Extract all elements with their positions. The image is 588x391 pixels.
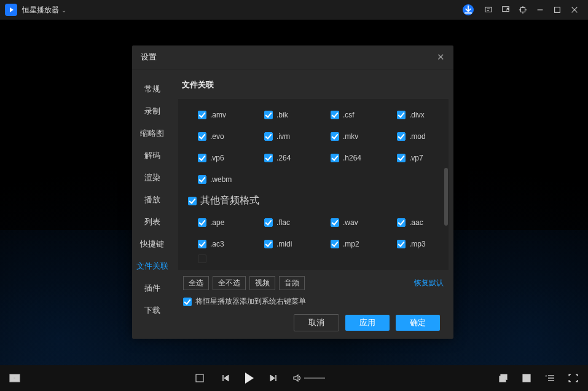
ext-vp6[interactable]: .vp6 xyxy=(198,154,247,162)
svg-rect-9 xyxy=(555,7,560,13)
previous-icon[interactable] xyxy=(219,372,232,384)
download-badge-icon[interactable] xyxy=(463,4,474,15)
play-icon[interactable] xyxy=(245,372,254,384)
fullscreen-icon[interactable] xyxy=(567,372,579,384)
ext-label: .ape xyxy=(210,218,224,227)
ext-divx[interactable]: .divx xyxy=(397,111,446,119)
ext-amv[interactable]: .amv xyxy=(198,111,247,119)
ext-checkbox[interactable] xyxy=(198,132,206,141)
ext-csf[interactable]: .csf xyxy=(331,111,380,119)
ext-h264[interactable]: .h264 xyxy=(331,154,380,162)
ext-label: .wav xyxy=(343,218,358,227)
sidebar-item-1[interactable]: 录制 xyxy=(132,100,172,122)
sidebar-item-6[interactable]: 列表 xyxy=(132,211,172,233)
ext-checkbox[interactable] xyxy=(198,175,206,184)
context-menu-checkbox[interactable] xyxy=(183,298,192,306)
stop-icon[interactable] xyxy=(194,372,206,384)
apply-button[interactable]: 应用 xyxy=(345,315,390,331)
close-icon[interactable]: ✕ xyxy=(437,52,445,63)
ext-vp7[interactable]: .vp7 xyxy=(397,154,446,162)
ext-label: .evo xyxy=(210,132,224,141)
feedback-icon[interactable] xyxy=(480,0,497,20)
sidebar-item-8[interactable]: 文件关联 xyxy=(132,255,172,277)
minimize-button[interactable] xyxy=(531,0,549,20)
ext-label: .vp6 xyxy=(210,154,224,162)
cancel-button[interactable]: 取消 xyxy=(294,314,339,331)
ext-aac[interactable]: .aac xyxy=(397,218,446,227)
open-file-icon[interactable] xyxy=(9,372,21,384)
sidebar-item-0[interactable]: 常规 xyxy=(132,78,172,100)
next-icon[interactable] xyxy=(267,372,280,384)
ext-checkbox[interactable] xyxy=(331,218,339,227)
ext-mkv[interactable]: .mkv xyxy=(331,132,380,141)
select-all-button[interactable]: 全选 xyxy=(183,276,209,290)
ext-mp2[interactable]: .mp2 xyxy=(331,240,380,248)
ext-mp3[interactable]: .mp3 xyxy=(397,240,446,248)
ext-checkbox[interactable] xyxy=(198,255,206,263)
sidebar-item-9[interactable]: 插件 xyxy=(132,277,172,299)
ext-flac[interactable]: .flac xyxy=(264,218,313,227)
title-bar: 恒星播放器 ⌄ xyxy=(0,0,588,20)
mini-window-icon[interactable] xyxy=(497,0,514,20)
scrollbar-thumb[interactable] xyxy=(444,168,448,226)
ext-checkbox[interactable] xyxy=(397,218,406,227)
audio-group-checkbox[interactable] xyxy=(188,197,197,205)
ext-ivm[interactable]: .ivm xyxy=(264,132,313,141)
ext-checkbox[interactable] xyxy=(397,111,406,119)
sidebar-item-7[interactable]: 快捷键 xyxy=(132,233,172,255)
maximize-button[interactable] xyxy=(549,0,566,20)
ext-checkbox[interactable] xyxy=(264,218,273,227)
file-types-scroll-area: .amv.bik.csf.divx.evo.ivm.mkv.mod.vp6.26… xyxy=(178,99,449,270)
scrollbar[interactable] xyxy=(444,99,449,270)
ext-checkbox[interactable] xyxy=(331,111,339,119)
filter-video-button[interactable]: 视频 xyxy=(249,276,275,290)
ext-label: .ac3 xyxy=(210,240,224,248)
ext-checkbox[interactable] xyxy=(397,240,406,248)
ext-checkbox[interactable] xyxy=(198,154,206,162)
volume-icon[interactable] xyxy=(293,372,325,384)
ext-label: .mp2 xyxy=(343,240,359,248)
ext-checkbox[interactable] xyxy=(198,240,206,248)
ext-ape[interactable]: .ape xyxy=(198,218,247,227)
sidebar-item-4[interactable]: 渲染 xyxy=(132,167,172,189)
close-button[interactable] xyxy=(566,0,583,20)
select-none-button[interactable]: 全不选 xyxy=(213,276,246,290)
sidebar-item-10[interactable]: 下载 xyxy=(132,299,172,322)
video-stage: 设置 ✕ 常规录制缩略图解码渲染播放列表快捷键文件关联插件下载 文件关联 .am… xyxy=(0,20,588,365)
ext-checkbox[interactable] xyxy=(264,240,273,248)
playlist-icon[interactable] xyxy=(544,372,556,384)
ext-checkbox[interactable] xyxy=(331,132,339,141)
sidebar-item-2[interactable]: 缩略图 xyxy=(132,122,172,144)
volume-slider[interactable] xyxy=(304,377,325,379)
ext-mod[interactable]: .mod xyxy=(397,132,446,141)
ext-evo[interactable]: .evo xyxy=(198,132,247,141)
sidebar-item-5[interactable]: 播放 xyxy=(132,189,172,211)
chevron-down-icon[interactable]: ⌄ xyxy=(61,7,66,14)
ok-button[interactable]: 确定 xyxy=(396,315,440,331)
rotate-icon[interactable] xyxy=(497,372,509,384)
dialog-title: 设置 xyxy=(141,52,157,63)
ext-checkbox[interactable] xyxy=(331,154,339,162)
ext-checkbox[interactable] xyxy=(264,111,273,119)
filter-audio-button[interactable]: 音频 xyxy=(279,276,305,290)
ext-checkbox[interactable] xyxy=(264,132,273,141)
restore-defaults-link[interactable]: 恢复默认 xyxy=(414,278,444,288)
ext-row: .amv.bik.csf.divx xyxy=(181,104,446,125)
ext-bik[interactable]: .bik xyxy=(264,111,313,119)
ext-label: .midi xyxy=(276,240,292,248)
ext-checkbox[interactable] xyxy=(397,154,406,162)
ext-ac3[interactable]: .ac3 xyxy=(198,240,247,248)
sidebar-item-3[interactable]: 解码 xyxy=(132,144,172,167)
ext-wav[interactable]: .wav xyxy=(331,218,380,227)
ext-checkbox[interactable] xyxy=(198,218,206,227)
ext-checkbox[interactable] xyxy=(331,240,339,248)
ext-264[interactable]: .264 xyxy=(264,154,313,162)
ext-label: .csf xyxy=(343,111,355,119)
library-icon[interactable] xyxy=(520,372,533,384)
ext-midi[interactable]: .midi xyxy=(264,240,313,248)
ext-checkbox[interactable] xyxy=(397,132,406,141)
ext-webm[interactable]: .webm xyxy=(198,175,247,184)
ext-checkbox[interactable] xyxy=(198,111,206,119)
ext-checkbox[interactable] xyxy=(264,154,273,162)
pin-icon[interactable] xyxy=(514,0,531,20)
